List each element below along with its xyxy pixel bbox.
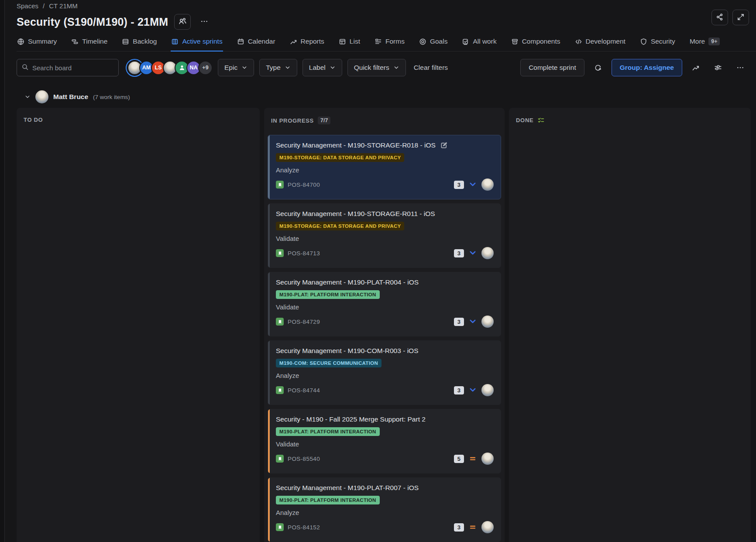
card-label-chip: M190-STORAGE: DATA STORAGE AND PRIVACY: [276, 222, 404, 230]
search-board-box[interactable]: [17, 59, 119, 76]
tab-backlog[interactable]: Backlog: [121, 37, 157, 51]
tab-goals[interactable]: Goals: [419, 37, 448, 51]
tab-list[interactable]: List: [338, 37, 361, 51]
group-avatar: [35, 90, 48, 103]
work-item-card[interactable]: Security Management - M190-COM-R003 - iO…: [268, 340, 501, 405]
share-nodes-icon: [716, 13, 724, 22]
calendar-icon: [237, 38, 244, 45]
work-item-card[interactable]: Security Management - M190-PLAT-R007 - i…: [268, 477, 501, 542]
story-points-badge: 3: [454, 318, 464, 326]
tab-more[interactable]: More9+: [689, 37, 721, 51]
priority-chevron-icon: [469, 386, 477, 394]
chevron-down-icon: [285, 65, 291, 71]
person-icon: [179, 64, 186, 71]
tab-label: Summary: [28, 38, 57, 45]
story-points-badge: 3: [454, 181, 464, 189]
insights-button[interactable]: [687, 59, 704, 76]
title-more-button[interactable]: [197, 14, 212, 29]
board-columns-icon: [171, 38, 179, 45]
tab-calendar[interactable]: Calendar: [237, 37, 276, 51]
tab-label: Development: [586, 38, 625, 45]
chevron-down-icon[interactable]: [24, 94, 31, 100]
tab-label: Goals: [430, 38, 448, 45]
story-points-badge: 5: [454, 455, 464, 463]
tab-label: Forms: [385, 38, 405, 45]
column-done-title: DONE: [516, 117, 533, 123]
board-more-button[interactable]: [732, 59, 749, 76]
group-by-assignee-button[interactable]: Group: Assignee: [612, 59, 682, 76]
tab-timeline[interactable]: Timeline: [71, 37, 108, 51]
tab-reports[interactable]: Reports: [289, 37, 325, 51]
card-status: Analyze: [276, 509, 494, 516]
tab-label: Components: [522, 38, 560, 45]
priority-chevron-icon: [469, 249, 477, 257]
card-key: POS-84700: [288, 182, 320, 188]
story-bookmark-icon: [276, 455, 284, 463]
card-title: Security Management - M190-PLAT-R007 - i…: [276, 484, 419, 492]
story-bookmark-icon: [276, 318, 284, 326]
people-icon: [179, 17, 187, 27]
expand-arrows-icon: [737, 13, 745, 22]
edit-pencil-icon[interactable]: [440, 141, 448, 149]
card-label-chip: M190-STORAGE: DATA STORAGE AND PRIVACY: [276, 153, 404, 162]
dropdown-label: Label: [309, 64, 326, 72]
story-points-badge: 3: [454, 523, 464, 532]
priority-equals-icon: [469, 523, 477, 531]
column-todo-title: TO DO: [24, 117, 43, 123]
assignee-avatar[interactable]: [481, 521, 494, 533]
tab-security[interactable]: Security: [639, 37, 676, 51]
sprint-actions-button[interactable]: [589, 59, 607, 76]
group-name: Matt Bruce: [53, 93, 88, 101]
checklist-icon: [537, 117, 545, 124]
fullscreen-button[interactable]: [732, 10, 749, 25]
filter-dropdown-epic[interactable]: Epic: [218, 59, 254, 76]
tab-label: Security: [651, 38, 675, 45]
archive-box-icon: [511, 38, 519, 45]
assignee-avatar[interactable]: [481, 316, 494, 328]
priority-chevron-icon: [469, 181, 477, 189]
filter-dropdown-quick-filters[interactable]: Quick filters: [347, 59, 406, 76]
card-status: Validate: [276, 303, 494, 311]
ellipsis-icon: [200, 17, 208, 27]
avatar-overflow-count[interactable]: +9: [198, 61, 213, 75]
card-label-chip: M190-PLAT: PLATFORM INTERACTION: [276, 427, 380, 436]
tab-all-work[interactable]: All work: [461, 37, 497, 51]
work-item-card[interactable]: Security Management - M190-STORAGE-R018 …: [268, 135, 501, 199]
work-item-card[interactable]: Security - M190 - Fall 2025 Merge Suppor…: [268, 409, 501, 473]
tab-forms[interactable]: Forms: [374, 37, 405, 51]
tab-development[interactable]: Development: [574, 37, 626, 51]
priority-equals-icon: [469, 455, 477, 463]
card-accent-bar: [268, 341, 270, 405]
tab-components[interactable]: Components: [511, 37, 561, 51]
card-title: Security Management - M190-COM-R003 - iO…: [276, 347, 418, 355]
timeline-bars-icon: [71, 38, 79, 45]
filter-dropdown-type[interactable]: Type: [259, 59, 297, 76]
assignee-avatar[interactable]: [481, 453, 494, 465]
line-chart-arrow-icon: [692, 64, 700, 72]
story-bookmark-icon: [276, 249, 284, 257]
assignee-avatar[interactable]: [481, 384, 494, 396]
board-members-button[interactable]: [174, 14, 191, 30]
tab-summary[interactable]: Summary: [17, 37, 57, 51]
dropdown-label: Quick filters: [354, 64, 389, 72]
tab-active-sprints[interactable]: Active sprints: [171, 37, 223, 51]
card-status: Validate: [276, 440, 494, 448]
work-item-card[interactable]: Security Management - M190-PLAT-R004 - i…: [268, 272, 501, 336]
assignee-avatar[interactable]: [481, 178, 494, 191]
breadcrumb-project[interactable]: CT 21MM: [49, 2, 78, 10]
share-button[interactable]: [711, 10, 728, 25]
story-bookmark-icon: [276, 386, 284, 394]
view-settings-button[interactable]: [709, 59, 727, 76]
card-label-chip: M190-COM: SECURE COMMUNICATION: [276, 359, 381, 367]
complete-sprint-button[interactable]: Complete sprint: [520, 59, 584, 76]
filter-dropdown-label[interactable]: Label: [302, 59, 342, 76]
collapsed-sidebar-rail[interactable]: [0, 0, 5, 542]
work-item-card[interactable]: Security Management - M190-STORAGE-R011 …: [268, 203, 501, 268]
swimlane-group-header[interactable]: Matt Bruce (7 work items): [17, 90, 756, 103]
assignee-avatar[interactable]: [481, 247, 494, 259]
search-input[interactable]: [32, 64, 114, 72]
clear-filters-button[interactable]: Clear filters: [411, 64, 450, 72]
card-status: Analyze: [276, 166, 494, 174]
card-label-chip: M190-PLAT: PLATFORM INTERACTION: [276, 496, 380, 504]
breadcrumb-spaces[interactable]: Spaces: [17, 2, 38, 10]
